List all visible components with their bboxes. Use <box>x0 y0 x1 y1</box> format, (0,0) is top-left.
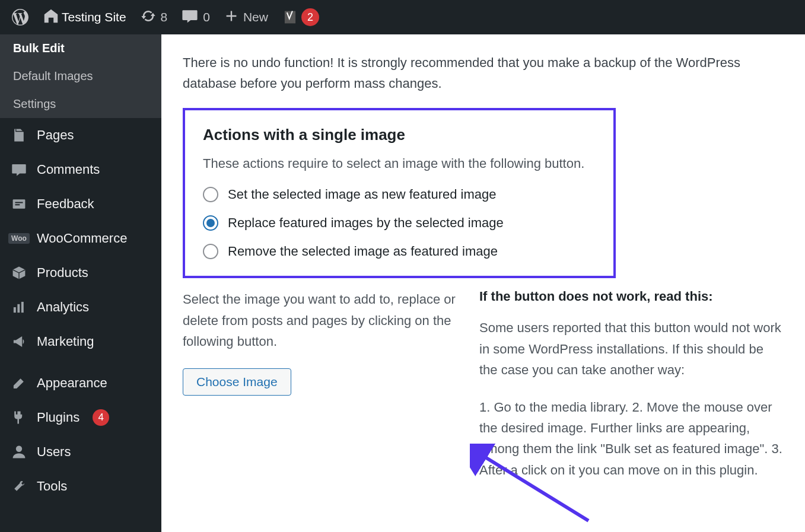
yoast-badge: 2 <box>301 8 319 26</box>
updates-count: 8 <box>161 10 168 24</box>
new-content-link[interactable]: New <box>217 0 275 34</box>
plus-icon <box>224 9 238 26</box>
site-home-link[interactable]: Testing Site <box>36 0 133 34</box>
comments-link[interactable]: 0 <box>174 0 217 34</box>
new-label: New <box>243 10 268 24</box>
comments-count: 0 <box>203 10 210 24</box>
refresh-icon <box>141 8 156 27</box>
site-name: Testing Site <box>59 10 126 24</box>
home-icon <box>43 8 59 27</box>
yoast-link[interactable]: 2 <box>275 0 326 34</box>
admin-toolbar: Testing Site 8 0 New 2 <box>0 0 805 34</box>
yoast-icon <box>282 9 298 25</box>
updates-link[interactable]: 8 <box>133 0 175 34</box>
wp-logo-icon[interactable] <box>5 0 36 34</box>
comment-icon <box>182 8 198 27</box>
